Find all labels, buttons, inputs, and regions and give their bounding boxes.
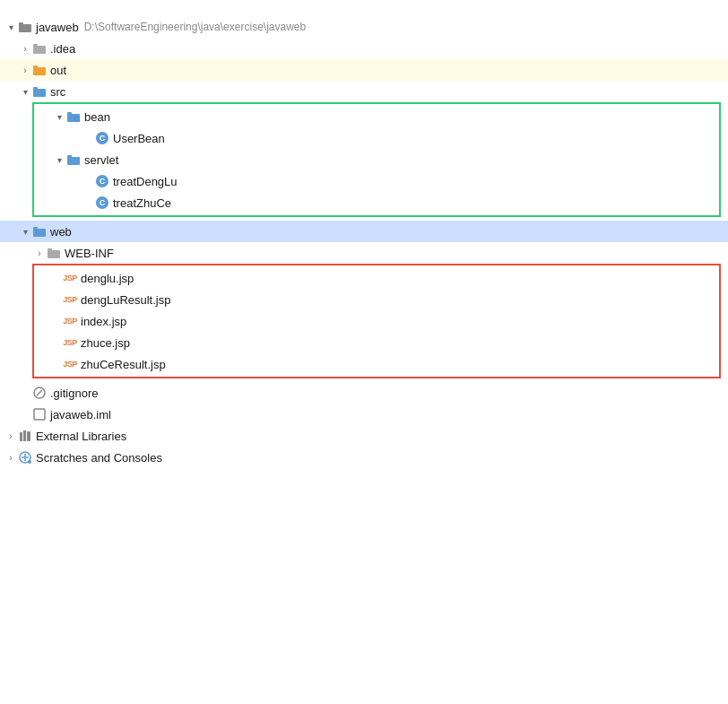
iml-icon (32, 407, 47, 422)
class-treatzhu-icon: C (95, 196, 109, 210)
toggle-src[interactable] (18, 84, 32, 99)
root-path: D:\SoftwareEngineering\java\exercise\jav… (84, 21, 306, 33)
treatdenglu-label: treatDengLu (113, 175, 178, 188)
folder-idea-icon (32, 41, 47, 56)
servlet-label: servlet (84, 153, 118, 167)
toggle-extlibs[interactable] (4, 429, 18, 443)
svg-rect-16 (48, 248, 52, 251)
folder-webinf-icon (47, 246, 61, 260)
tree-item-userbean[interactable]: C UserBean (34, 127, 719, 149)
tree-root[interactable]: javaweb D:\SoftwareEngineering\java\exer… (0, 16, 728, 38)
folder-src-icon (32, 84, 47, 99)
svg-rect-6 (33, 89, 46, 97)
tree-item-idea[interactable]: .idea (0, 38, 728, 59)
svg-point-26 (28, 460, 31, 464)
file-tree: javaweb D:\SoftwareEngineering\java\exer… (0, 9, 728, 475)
scratch-icon (18, 450, 32, 465)
toggle-scratches[interactable] (4, 450, 18, 465)
svg-rect-12 (67, 155, 72, 158)
folder-bean-icon (66, 109, 81, 124)
treatzhu-label: treatZhuCe (113, 196, 171, 210)
iml-label: javaweb.iml (50, 408, 111, 422)
jsp-dengluresult-icon: JSP (63, 292, 77, 307)
idea-label: .idea (50, 42, 75, 56)
tree-item-index[interactable]: JSP index.jsp (34, 310, 719, 332)
zhuceresult-label: zhuCeResult.jsp (81, 358, 166, 371)
root-label: javaweb (36, 21, 79, 34)
tree-item-treatzhu[interactable]: C treatZhuCe (34, 192, 719, 213)
svg-rect-4 (33, 67, 46, 75)
zhuce-label: zhuce.jsp (81, 336, 130, 350)
index-label: index.jsp (81, 315, 126, 328)
tree-item-gitignore[interactable]: .gitignore (0, 382, 728, 404)
dengluresult-label: dengLuResult.jsp (81, 293, 170, 307)
tree-item-extlibs[interactable]: External Libraries (0, 425, 728, 447)
gitignore-icon (32, 386, 47, 400)
tree-item-dengluresult[interactable]: JSP dengLuResult.jsp (34, 289, 719, 310)
class-treatdenglu-icon: C (95, 174, 109, 188)
svg-rect-3 (33, 44, 38, 47)
out-label: out (50, 64, 66, 77)
toggle-javaweb[interactable] (4, 20, 18, 34)
class-userbean-icon: C (95, 131, 109, 145)
tree-item-denglu[interactable]: JSP denglu.jsp (34, 267, 719, 289)
toggle-web[interactable] (18, 224, 32, 239)
svg-rect-13 (33, 229, 46, 237)
bean-label: bean (84, 110, 110, 124)
tree-item-scratches[interactable]: Scratches and Consoles (0, 447, 728, 468)
toggle-servlet[interactable] (52, 152, 66, 167)
svg-rect-21 (23, 430, 26, 441)
svg-rect-0 (19, 24, 31, 32)
svg-rect-7 (33, 87, 38, 90)
tree-item-webinf[interactable]: WEB-INF (0, 242, 728, 264)
tree-item-bean[interactable]: bean (34, 106, 719, 127)
svg-rect-2 (33, 46, 46, 54)
folder-out-icon (32, 63, 47, 77)
gitignore-label: .gitignore (50, 387, 98, 400)
folder-servlet-icon (66, 152, 81, 167)
svg-rect-14 (33, 227, 38, 230)
svg-rect-9 (67, 112, 72, 115)
denglu-label: denglu.jsp (81, 272, 134, 285)
toggle-bean[interactable] (52, 109, 66, 124)
svg-rect-1 (19, 22, 23, 25)
svg-rect-20 (20, 432, 22, 441)
svg-rect-11 (67, 157, 80, 165)
toggle-webinf[interactable] (32, 246, 47, 260)
userbean-label: UserBean (113, 132, 165, 145)
tree-item-iml[interactable]: javaweb.iml (0, 404, 728, 425)
svg-rect-22 (27, 431, 30, 441)
jsp-zhuce-icon: JSP (63, 335, 77, 350)
red-box: JSP denglu.jsp JSP dengLuResult.jsp JSP … (32, 264, 721, 378)
jsp-zhuceresult-icon: JSP (63, 357, 77, 371)
toggle-out[interactable] (18, 63, 32, 77)
tree-item-web[interactable]: web (0, 221, 728, 242)
folder-web-icon (32, 224, 47, 239)
jsp-index-icon: JSP (63, 314, 77, 328)
tree-item-out[interactable]: out (0, 59, 728, 81)
tree-item-src[interactable]: src (0, 81, 728, 102)
svg-point-10 (74, 117, 80, 122)
web-label: web (50, 225, 72, 239)
tree-item-servlet[interactable]: servlet (34, 149, 719, 170)
toggle-idea[interactable] (18, 41, 32, 56)
library-icon (18, 429, 32, 443)
webinf-label: WEB-INF (65, 247, 114, 260)
svg-rect-5 (33, 65, 38, 68)
tree-item-zhuce[interactable]: JSP zhuce.jsp (34, 332, 719, 353)
svg-line-18 (37, 390, 42, 395)
jsp-denglu-icon: JSP (63, 271, 77, 285)
extlibs-label: External Libraries (36, 430, 126, 443)
green-box: bean C UserBean servlet C (32, 102, 721, 217)
folder-icon (18, 20, 32, 34)
src-label: src (50, 85, 65, 99)
svg-rect-15 (48, 250, 60, 258)
tree-item-zhuceresult[interactable]: JSP zhuCeResult.jsp (34, 353, 719, 375)
scratches-label: Scratches and Consoles (36, 451, 162, 465)
tree-item-treatdenglu[interactable]: C treatDengLu (34, 170, 719, 192)
svg-rect-19 (34, 409, 45, 420)
